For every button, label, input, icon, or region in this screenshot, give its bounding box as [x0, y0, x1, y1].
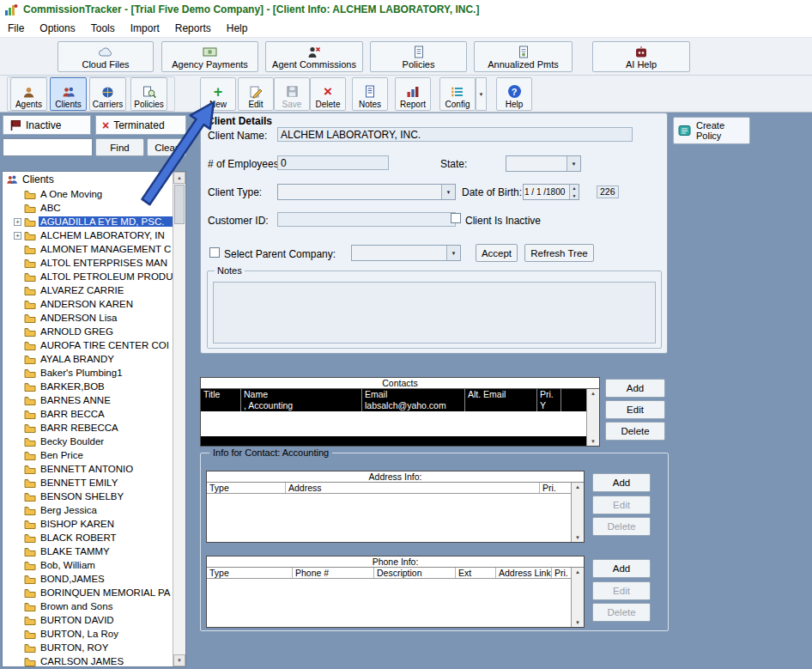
- phone-scrollbar[interactable]: ▲▼: [571, 568, 584, 627]
- tree-item[interactable]: + BURTON, ROY: [3, 641, 173, 654]
- policies-button-main[interactable]: Policies: [370, 41, 467, 72]
- tree-item[interactable]: + BOND,JAMES: [3, 572, 173, 586]
- tree-item[interactable]: + Brown and Sons: [3, 599, 173, 613]
- menu-item-reports[interactable]: Reports: [167, 20, 219, 37]
- tree-item[interactable]: + BLACK ROBERT: [3, 531, 173, 544]
- carriers-module-button[interactable]: Carriers: [89, 77, 126, 111]
- client-inactive-checkbox[interactable]: [451, 213, 461, 223]
- address-delete-button[interactable]: Delete: [592, 517, 651, 536]
- tree-item[interactable]: + BLAKE TAMMY: [3, 544, 173, 558]
- spin-down-icon[interactable]: ▼: [570, 192, 579, 200]
- tree-item[interactable]: + Berg Jessica: [3, 503, 173, 517]
- tree-item[interactable]: + ALCHEM LABORATORY, IN: [3, 228, 173, 242]
- tree-item[interactable]: + AYALA BRANDY: [3, 352, 173, 366]
- tree-item[interactable]: + BENSON SHELBY: [3, 490, 173, 503]
- expand-plus-icon[interactable]: +: [14, 218, 21, 226]
- contact-row[interactable]: , Accounting labsalch@yaho.com Y: [201, 400, 586, 411]
- find-button[interactable]: Find: [95, 138, 144, 156]
- inactive-filter-button[interactable]: Inactive: [3, 115, 91, 135]
- scroll-down-icon[interactable]: ▼: [173, 654, 185, 666]
- phone-edit-button[interactable]: Edit: [592, 581, 651, 600]
- scroll-up-icon[interactable]: ▲: [575, 484, 580, 490]
- tree-item[interactable]: + Bob, William: [3, 558, 173, 572]
- edit-button[interactable]: Edit: [238, 77, 274, 111]
- menu-item-help[interactable]: Help: [219, 20, 256, 37]
- tree-item[interactable]: + Becky Boulder: [3, 435, 173, 448]
- save-button[interactable]: Save: [274, 77, 310, 111]
- tree-item[interactable]: + ALTOL PETROLEUM PRODU: [3, 270, 173, 283]
- notes-textarea[interactable]: [213, 282, 656, 344]
- tree-item[interactable]: + BARNES ANNE: [3, 393, 173, 407]
- tree-item[interactable]: + ABC: [3, 201, 173, 215]
- phone-add-button[interactable]: Add: [592, 559, 651, 578]
- spin-up-icon[interactable]: ▲: [570, 185, 579, 192]
- cloud-files-button[interactable]: Cloud Files: [58, 41, 154, 72]
- tree-item[interactable]: + ALMONET MANAGEMENT C: [3, 242, 173, 256]
- delete-button[interactable]: × Delete: [310, 77, 346, 111]
- tree-item[interactable]: + CARLSON JAMES: [3, 654, 173, 666]
- tree-scroll-thumb[interactable]: [174, 185, 185, 224]
- tree-item[interactable]: + ARNOLD GREG: [3, 325, 173, 338]
- clear-button[interactable]: Clear: [147, 138, 186, 156]
- tree-item[interactable]: + BORINQUEN MEMORIAL PA: [3, 586, 173, 599]
- refresh-tree-button[interactable]: Refresh Tree: [524, 244, 594, 262]
- employees-field[interactable]: [277, 155, 389, 170]
- address-edit-button[interactable]: Edit: [592, 496, 651, 514]
- scroll-up-icon[interactable]: ▲: [575, 569, 580, 575]
- customer-id-field[interactable]: [277, 212, 456, 227]
- scroll-down-icon[interactable]: ▼: [575, 620, 580, 625]
- agent-commissions-button[interactable]: Agent Commissions: [265, 41, 363, 72]
- phone-delete-button[interactable]: Delete: [592, 603, 651, 622]
- tree-item[interactable]: + BARKER,BOB: [3, 380, 173, 393]
- tree-item[interactable]: + ALTOL ENTERPRISES MAN: [3, 256, 173, 270]
- config-dropdown-button[interactable]: ▼: [476, 77, 487, 111]
- contact-edit-button[interactable]: Edit: [605, 400, 665, 419]
- scroll-down-icon[interactable]: ▼: [575, 535, 580, 540]
- tree-item[interactable]: + ANDERSON KAREN: [3, 297, 173, 311]
- notes-button[interactable]: Notes: [352, 77, 388, 111]
- menu-item-import[interactable]: Import: [123, 20, 167, 37]
- tree-item[interactable]: + AUROFA TIRE CENTER COI: [3, 338, 173, 352]
- contacts-scrollbar[interactable]: ▲▼: [586, 389, 599, 446]
- tree-scrollbar[interactable]: ▲ ▼: [173, 172, 185, 666]
- menu-item-options[interactable]: Options: [32, 20, 82, 37]
- config-button[interactable]: Config: [439, 77, 476, 111]
- tree-item[interactable]: + ANDERSON Lisa: [3, 311, 173, 325]
- accept-button[interactable]: Accept: [476, 244, 518, 262]
- tree-item[interactable]: + BURTON, La Roy: [3, 627, 173, 641]
- contact-add-button[interactable]: Add: [605, 379, 665, 398]
- terminated-filter-button[interactable]: × Terminated: [95, 115, 186, 135]
- state-combobox[interactable]: ▼: [506, 155, 581, 172]
- menu-item-tools[interactable]: Tools: [83, 20, 123, 37]
- clients-module-button[interactable]: Clients: [50, 77, 87, 111]
- scroll-up-icon[interactable]: ▲: [173, 172, 185, 184]
- tree-item[interactable]: + Ben Price: [3, 448, 173, 462]
- agency-payments-button[interactable]: Agency Payments: [161, 41, 258, 72]
- annualized-pmts-button[interactable]: Annualized Pmts: [474, 41, 573, 72]
- tree-item[interactable]: + ALVAREZ CARRIE: [3, 283, 173, 297]
- expand-plus-icon[interactable]: +: [14, 232, 21, 240]
- client-type-combobox[interactable]: ▼: [277, 184, 456, 200]
- new-button[interactable]: + New: [200, 77, 236, 111]
- parent-company-checkbox[interactable]: [209, 247, 220, 258]
- menu-item-file[interactable]: File: [0, 20, 32, 37]
- address-scrollbar[interactable]: ▲▼: [571, 483, 584, 542]
- help-button[interactable]: ? Help: [496, 77, 532, 111]
- policies-module-button[interactable]: Policies: [130, 77, 167, 111]
- tree-item[interactable]: + BENNETT EMILY: [3, 476, 173, 490]
- tree-item[interactable]: + BENNETT ANTONIO: [3, 462, 173, 476]
- tree-item[interactable]: + AGUADILLA EYE MD, PSC.: [3, 215, 173, 228]
- agents-module-button[interactable]: Agents: [10, 77, 47, 111]
- tree-item[interactable]: + A One Moving: [3, 187, 173, 201]
- tree-item[interactable]: + BISHOP KAREN: [3, 517, 173, 531]
- address-add-button[interactable]: Add: [592, 473, 651, 492]
- ai-help-button[interactable]: AI Help: [592, 41, 690, 72]
- contact-delete-button[interactable]: Delete: [605, 422, 665, 441]
- scroll-up-icon[interactable]: ▲: [591, 391, 596, 396]
- tree-item[interactable]: + BURTON DAVID: [3, 613, 173, 627]
- tree-root-clients[interactable]: Clients: [3, 172, 173, 187]
- tree-item[interactable]: + Baker's Plumbing1: [3, 366, 173, 380]
- tree-item[interactable]: + BARR BECCA: [3, 407, 173, 421]
- scroll-down-icon[interactable]: ▼: [591, 439, 596, 444]
- client-search-input[interactable]: [3, 138, 93, 156]
